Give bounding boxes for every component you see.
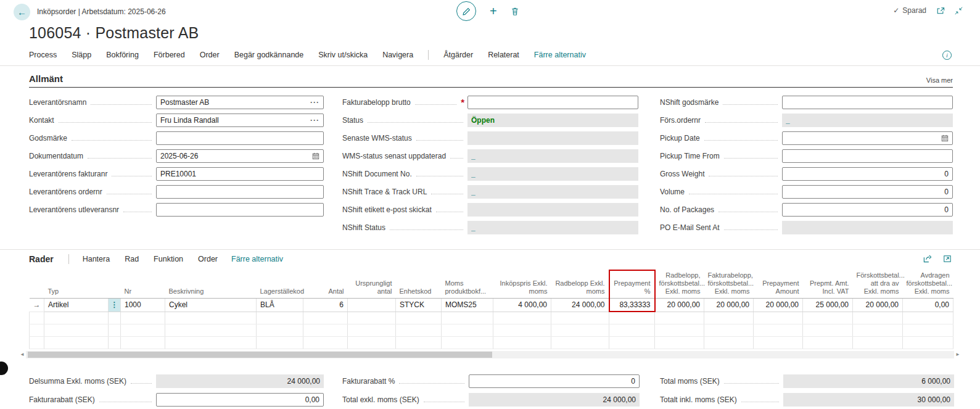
menubar-item-släpp[interactable]: Släpp	[72, 51, 91, 59]
cell-prepayment[interactable]: 83,33333	[609, 298, 655, 312]
assist-edit-button[interactable]: ···	[310, 116, 319, 125]
menubar-item-skriv-ut-skicka[interactable]: Skriv ut/skicka	[318, 51, 368, 59]
cell-prepayment-amount[interactable]: 20 000,00	[754, 298, 803, 312]
col-header-prepayment-amount[interactable]: Prepayment Amount	[754, 270, 803, 298]
assist-edit-button[interactable]: ···	[310, 98, 319, 107]
field-label-text: Total moms (SEK)	[660, 377, 720, 386]
col-header-ursprungligt-antal[interactable]: Ursprungligt antal	[348, 270, 396, 298]
cell-inköpspris-exkl-moms[interactable]: 4 000,00	[493, 298, 551, 312]
row-options-cell[interactable]: ⋮	[109, 298, 121, 312]
field-value-fakturarabatt-sek[interactable]: 0,00	[156, 393, 324, 407]
menubar-item-begär-godkännande[interactable]: Begär godkännande	[234, 51, 304, 59]
cell-lagerställekod[interactable]: BLÅ	[257, 298, 303, 312]
scrollbar-track[interactable]	[26, 351, 954, 358]
menubar-item-fewer-options[interactable]: Färre alternativ	[534, 51, 586, 59]
lines-menu-item-order[interactable]: Order	[198, 255, 218, 263]
field-value-pickup-date[interactable]	[782, 131, 953, 145]
menubar-item-relaterat[interactable]: Relaterat	[488, 51, 519, 59]
field-value-leverantörsnamn[interactable]: Postmaster AB···	[156, 96, 324, 109]
col-header-enhetskod[interactable]: Enhetskod	[396, 270, 442, 298]
field-value-text: 30 000,00	[787, 395, 950, 404]
cell-radbelopp-exkl-moms[interactable]: 24 000,00	[551, 298, 609, 312]
cell-ursprungligt-antal[interactable]	[348, 298, 396, 312]
delete-button[interactable]	[511, 7, 519, 16]
empty-line-row	[30, 312, 953, 324]
open-in-new-button[interactable]	[943, 254, 952, 263]
field-value-gross-weight[interactable]: 0	[782, 167, 953, 181]
col-header-moms-produktbokf[interactable]: Moms produktbokf...	[442, 270, 493, 298]
field-value-nshift-status[interactable]: _	[467, 221, 638, 234]
col-header-fakturabelopp-förskottsbetal-exkl-moms[interactable]: Fakturabelopp, förskottsbetal... Exkl. m…	[704, 270, 754, 298]
show-more-link[interactable]: Visa mer	[926, 76, 953, 84]
field-value-nshift-document-no[interactable]: _	[467, 167, 638, 181]
popout-button[interactable]	[936, 7, 945, 15]
col-header-typ[interactable]: Typ	[44, 270, 109, 298]
col-header-lagerställekod[interactable]: Lagerställekod	[257, 270, 303, 298]
field-gross-weight: Gross Weight0	[660, 165, 953, 183]
new-button[interactable]: +	[490, 4, 497, 19]
lines-menu-item-fewer-options[interactable]: Färre alternativ	[231, 255, 283, 263]
cell-förskottsbetal-att-dra-av-exkl-moms[interactable]: 20 000,00	[853, 298, 903, 312]
menubar-item-förbered[interactable]: Förbered	[154, 51, 185, 59]
lines-menu-item-rad[interactable]: Rad	[125, 255, 139, 263]
field-value-wms-status-senast-uppdaterad[interactable]: _	[467, 149, 638, 163]
collapse-button[interactable]	[955, 7, 963, 15]
field-value-fakturabelopp-brutto[interactable]	[467, 96, 638, 109]
field-value-fakturarabatt[interactable]: 0	[469, 374, 640, 388]
calendar-icon[interactable]	[941, 134, 949, 142]
lines-menu-item-hantera[interactable]: Hantera	[83, 255, 110, 263]
cell-enhetskod[interactable]: STYCK	[396, 298, 442, 312]
field-value-leverantörens-fakturanr[interactable]: PRE10001	[156, 167, 324, 181]
field-value-pickup-time-from[interactable]	[782, 149, 953, 163]
col-header-avdragen-förskottsbetal-exkl-moms[interactable]: Avdragen förskottsbetal... Exkl. moms	[903, 270, 953, 298]
col-header-radbelopp-förskottsbetal-exkl-moms[interactable]: Radbelopp, förskottsbetal... Exkl. moms	[655, 270, 704, 298]
col-header-prepmt-amt-incl-vat[interactable]: Prepmt. Amt. Incl. VAT	[803, 270, 853, 298]
field-value-kontakt[interactable]: Fru Linda Randall···	[156, 114, 324, 127]
col-header-inköpspris-exkl-moms[interactable]: Inköpspris Exkl. moms	[493, 270, 551, 298]
empty-cell	[348, 336, 396, 349]
col-header-prepayment[interactable]: Prepayment %	[609, 270, 655, 298]
field-godsmärke: Godsmärke	[29, 129, 324, 147]
cell-nr[interactable]: 1000	[121, 298, 165, 312]
share-button[interactable]	[923, 254, 932, 263]
field-value-no-of-packages[interactable]: 0	[782, 203, 953, 217]
field-value-dokumentdatum[interactable]: 2025-06-26	[156, 149, 324, 163]
cell-avdragen-förskottsbetal-exkl-moms[interactable]: 0,00	[903, 298, 953, 312]
edit-button[interactable]	[456, 1, 476, 21]
lines-menu-item-funktion[interactable]: Funktion	[154, 255, 183, 263]
field-value-leverantörens-utleveransnr[interactable]	[156, 203, 324, 217]
scrollbar-thumb[interactable]	[28, 352, 492, 358]
cell-radbelopp-förskottsbetal-exkl-moms[interactable]: 20 000,00	[655, 298, 704, 312]
col-header-nr[interactable]: Nr	[121, 270, 165, 298]
back-button[interactable]: ←	[14, 4, 30, 20]
menubar-item-åtgärder[interactable]: Åtgärder	[443, 51, 473, 59]
menubar-item-process[interactable]: Process	[29, 51, 57, 59]
scroll-left-icon[interactable]: ◄	[19, 352, 26, 357]
menubar-item-navigera[interactable]: Navigera	[382, 51, 413, 59]
col-header-förskottsbetal-att-dra-av-exkl-moms[interactable]: Förskottsbetal... att dra av Exkl. moms	[853, 270, 903, 298]
calendar-icon[interactable]	[312, 152, 319, 160]
cell-beskrivning[interactable]: Cykel	[165, 298, 257, 312]
cell-moms-produktbokf[interactable]: MOMS25	[442, 298, 493, 312]
field-value-volume[interactable]: 0	[782, 185, 953, 199]
field-value-godsmärke[interactable]	[156, 131, 324, 145]
field-value-text: Fru Linda Randall	[160, 116, 307, 125]
field-value-förs-ordernr[interactable]: _	[782, 114, 953, 127]
scroll-right-icon[interactable]: ►	[954, 352, 961, 357]
cell-typ[interactable]: Artikel	[44, 298, 109, 312]
field-value-nshift-godsmärke[interactable]	[782, 96, 953, 109]
totals-column-3: Total moms (SEK)6 000,00Totalt inkl. mom…	[660, 372, 954, 409]
info-icon[interactable]: i	[942, 51, 952, 60]
field-value-nshift-trace-track-url[interactable]: _	[467, 185, 638, 199]
col-header-radbelopp-exkl-moms[interactable]: Radbelopp Exkl. moms	[551, 270, 609, 298]
menubar-item-bokföring[interactable]: Bokföring	[106, 51, 139, 59]
ellipsis-v-icon[interactable]: ⋮	[111, 300, 118, 309]
cell-prepmt-amt-incl-vat[interactable]: 25 000,00	[803, 298, 853, 312]
field-value-leverantörens-ordernr[interactable]	[156, 185, 324, 199]
col-header-antal[interactable]: Antal	[303, 270, 348, 298]
col-header-beskrivning[interactable]: Beskrivning	[165, 270, 257, 298]
cell-fakturabelopp-förskottsbetal-exkl-moms[interactable]: 20 000,00	[704, 298, 754, 312]
cell-antal[interactable]: 6	[303, 298, 348, 312]
menubar-main: ProcessSläppBokföringFörberedOrderBegär …	[29, 51, 413, 59]
menubar-item-order[interactable]: Order	[200, 51, 220, 59]
